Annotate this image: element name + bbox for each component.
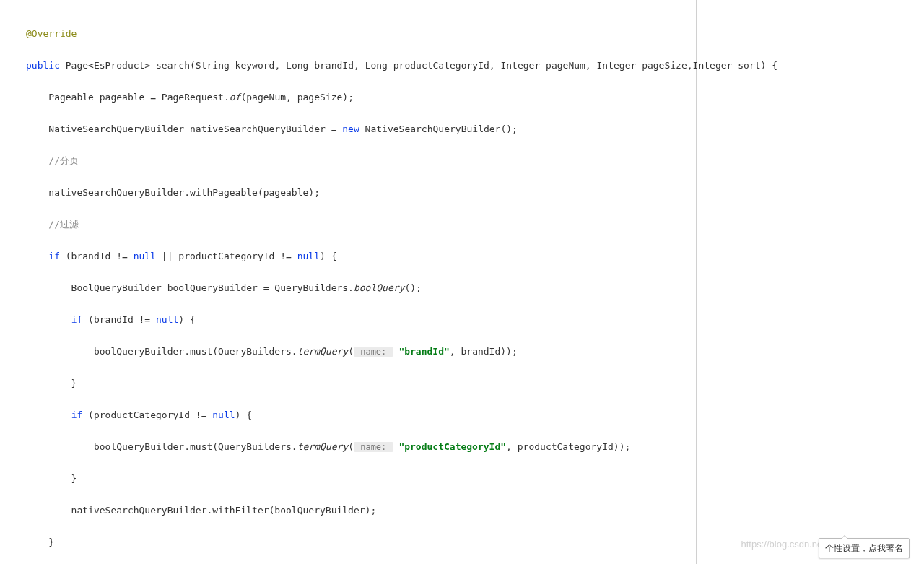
param-hint: name: [354,442,393,452]
comment-filter: //过滤 [26,219,79,230]
code-block: @Override public Page<EsProduct> search(… [0,0,885,564]
kw-public: public [26,60,60,71]
comment-paging: //分页 [26,155,79,166]
annotation: @Override [26,28,77,39]
param-hint: name: [354,347,393,357]
signature-tooltip[interactable]: 个性设置，点我署名 [819,538,910,558]
code-editor[interactable]: @Override public Page<EsProduct> search(… [0,0,697,564]
